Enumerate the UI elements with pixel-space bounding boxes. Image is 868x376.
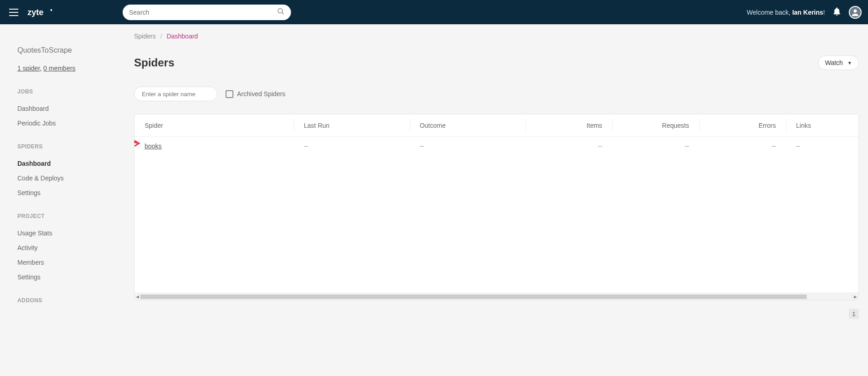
- cell-links: --: [786, 137, 858, 156]
- search-input[interactable]: [129, 9, 277, 16]
- spider-name-filter[interactable]: [134, 87, 217, 101]
- col-errors[interactable]: Errors: [699, 114, 786, 137]
- nav-jobs-periodic[interactable]: Periodic Jobs: [0, 116, 134, 131]
- hamburger-icon: [9, 9, 18, 16]
- breadcrumb-separator: /: [160, 33, 162, 40]
- search-icon: [277, 8, 285, 17]
- page-number[interactable]: 1: [849, 309, 859, 319]
- cell-requests: --: [612, 137, 699, 156]
- project-meta: 1 spider, 0 members: [0, 65, 134, 72]
- horizontal-scrollbar[interactable]: ◀ ▶: [135, 293, 858, 300]
- nav-spiders-code[interactable]: Code & Deploys: [0, 171, 134, 185]
- nav-section-jobs: JOBS: [0, 88, 134, 95]
- user-avatar[interactable]: [849, 6, 862, 19]
- table-row: books -- -- -- -- -- --: [135, 137, 858, 156]
- col-items[interactable]: Items: [525, 114, 612, 137]
- nav-project-usage[interactable]: Usage Stats: [0, 226, 134, 240]
- nav-section-spiders: SPIDERS: [0, 143, 134, 150]
- svg-point-7: [854, 9, 857, 12]
- col-links[interactable]: Links: [786, 114, 858, 137]
- nav-project-activity[interactable]: Activity: [0, 240, 134, 255]
- nav-spiders-settings[interactable]: Settings: [0, 185, 134, 200]
- watch-button[interactable]: Watch ▼: [818, 55, 859, 70]
- watch-label: Watch: [825, 59, 843, 66]
- col-requests[interactable]: Requests: [612, 114, 699, 137]
- svg-line-6: [282, 12, 284, 14]
- nav-spiders-dashboard[interactable]: Dashboard: [0, 156, 134, 171]
- cell-outcome: --: [410, 137, 525, 156]
- breadcrumb: Spiders / Dashboard: [134, 33, 868, 40]
- scroll-track[interactable]: [140, 294, 807, 299]
- project-name: QuotesToScrape: [0, 46, 134, 54]
- col-last-run[interactable]: Last Run: [294, 114, 410, 137]
- svg-point-5: [278, 8, 283, 13]
- svg-rect-2: [9, 15, 18, 16]
- spider-count-link[interactable]: 1 spider: [17, 65, 40, 72]
- caret-down-icon: ▼: [847, 60, 852, 65]
- archived-label: Archived Spiders: [237, 90, 286, 98]
- col-spider[interactable]: Spider: [135, 114, 294, 137]
- page-title: Spiders: [134, 56, 174, 69]
- cell-items: --: [525, 137, 612, 156]
- breadcrumb-dashboard[interactable]: Dashboard: [167, 33, 198, 40]
- archived-checkbox-wrap[interactable]: Archived Spiders: [226, 90, 286, 98]
- svg-point-4: [50, 9, 52, 11]
- svg-text:zyte: zyte: [27, 8, 43, 17]
- menu-button[interactable]: [6, 6, 21, 19]
- nav-section-project: PROJECT: [0, 213, 134, 219]
- svg-rect-1: [9, 12, 18, 13]
- nav-project-settings[interactable]: Settings: [0, 270, 134, 284]
- search-box[interactable]: [123, 5, 291, 20]
- zyte-logo[interactable]: zyte: [27, 7, 55, 17]
- nav-project-members[interactable]: Members: [0, 255, 134, 270]
- scroll-right-icon[interactable]: ▶: [852, 294, 858, 299]
- col-outcome[interactable]: Outcome: [410, 114, 525, 137]
- nav-section-addons: ADDONS: [0, 297, 134, 304]
- scroll-left-icon[interactable]: ◀: [135, 294, 140, 299]
- archived-checkbox[interactable]: [226, 90, 233, 98]
- top-header: zyte Welcome back, Ian Kerins!: [0, 0, 868, 24]
- spider-link[interactable]: books: [145, 142, 162, 150]
- spiders-table: Spider Last Run Outcome Items Requests E…: [134, 114, 859, 300]
- welcome-text: Welcome back, Ian Kerins!: [747, 9, 825, 16]
- pagination: 1: [134, 300, 868, 319]
- cell-errors: --: [699, 137, 786, 156]
- main-content: Spiders / Dashboard Spiders Watch ▼ Arch…: [134, 24, 868, 376]
- nav-jobs-dashboard[interactable]: Dashboard: [0, 101, 134, 116]
- breadcrumb-spiders[interactable]: Spiders: [134, 33, 156, 40]
- table-header-row: Spider Last Run Outcome Items Requests E…: [135, 114, 858, 137]
- svg-rect-0: [9, 9, 18, 10]
- sidebar: QuotesToScrape 1 spider, 0 members JOBS …: [0, 24, 134, 376]
- cell-last-run: --: [294, 137, 410, 156]
- member-count-link[interactable]: 0 members: [43, 65, 75, 72]
- notifications-icon[interactable]: [833, 7, 841, 17]
